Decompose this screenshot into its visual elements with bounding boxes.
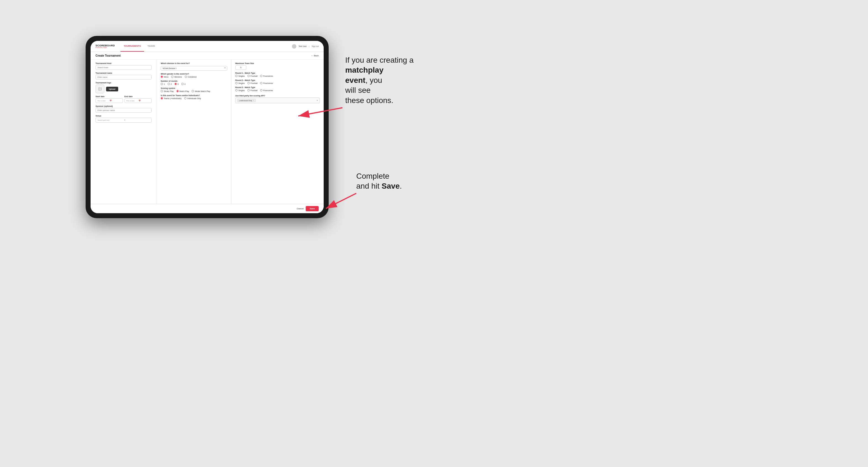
- third-party-input[interactable]: Leaderboard King × ▾: [235, 97, 320, 103]
- round2-label: Round 2 - Match Type: [235, 79, 320, 81]
- end-date-input[interactable]: Pick a date 📅: [125, 98, 152, 103]
- start-date-placeholder: Pick a date: [97, 100, 108, 102]
- left-column: Tournament Host Tournament name Tourname…: [91, 60, 157, 204]
- nav-tabs: TOURNAMENTS TEAMS: [120, 41, 158, 52]
- gender-combined[interactable]: Combined: [185, 76, 197, 78]
- teams-label: Is this event for Teams and/or Individua…: [161, 94, 227, 96]
- teams-option[interactable]: Teams (+Individuals): [161, 97, 181, 99]
- annotation-save: Completeand hit Save.: [356, 171, 402, 191]
- round1-label: Round 1 - Match Type: [235, 72, 320, 74]
- division-select[interactable]: NCAA Division I NCAA Division II NCAA Di…: [161, 66, 227, 71]
- third-party-tag: Leaderboard King ×: [237, 99, 256, 102]
- rounds-1[interactable]: 1: [161, 83, 165, 85]
- rounds-label: Number of rounds: [161, 80, 227, 82]
- rounds-4[interactable]: 4: [181, 83, 186, 85]
- start-date-group: Start date Pick a date 📅: [96, 96, 123, 103]
- teams-option-label: Teams (+Individuals): [164, 97, 181, 99]
- round1-singles-label: Singles: [238, 75, 245, 77]
- annotation2-bold: Save: [382, 182, 400, 190]
- venue-input[interactable]: Search golf club ▾: [96, 118, 152, 123]
- tag-text: Leaderboard King: [239, 100, 252, 101]
- round2-fourball[interactable]: Fourball: [247, 82, 257, 84]
- calendar-icon-2: 📅: [138, 100, 150, 102]
- cancel-button[interactable]: Cancel: [297, 208, 304, 210]
- round1-foursomes-label: Foursomes: [263, 75, 273, 77]
- scoring-label: Scoring system: [161, 87, 227, 89]
- start-date-input[interactable]: Pick a date 📅: [96, 98, 123, 103]
- annotation1-text: If you are creating a matchplayevent, yo…: [345, 56, 413, 105]
- round2-fourball-label: Fourball: [250, 82, 257, 84]
- end-date-placeholder: Pick a date: [126, 100, 137, 102]
- third-party-group: Use third-party live scoring API? Leader…: [235, 95, 320, 103]
- tournament-host-input[interactable]: [96, 65, 152, 70]
- venue-label: Venue: [96, 115, 152, 117]
- round1-options: Singles Fourball Foursomes: [235, 75, 320, 77]
- round3-fourball[interactable]: Fourball: [247, 89, 257, 91]
- svg-point-1: [99, 88, 100, 89]
- logo-upload-area: Upload: [96, 85, 152, 93]
- gender-womens-label: Womens: [174, 76, 182, 78]
- third-party-label: Use third-party live scoring API?: [235, 95, 320, 97]
- round2-foursomes[interactable]: Foursomes: [260, 82, 273, 84]
- gender-combined-label: Combined: [188, 76, 197, 78]
- end-date-label: End date: [125, 96, 152, 97]
- scoring-medal[interactable]: Medal Match Play: [192, 90, 210, 92]
- round1-match-type: Round 1 - Match Type Singles Fourball: [235, 72, 320, 77]
- third-party-chevron-icon: ▾: [317, 99, 318, 102]
- round1-fourball-label: Fourball: [250, 75, 257, 77]
- logo-placeholder: [96, 85, 104, 93]
- gender-mens[interactable]: Mens: [161, 76, 168, 78]
- scoring-match[interactable]: Match Play: [177, 90, 189, 92]
- right-column: Maximum Team Size Round 1 - Match Type S…: [231, 60, 324, 204]
- tournament-name-label: Tournament name: [96, 72, 152, 74]
- round1-singles[interactable]: Singles: [235, 75, 245, 77]
- save-button[interactable]: Save: [306, 206, 319, 211]
- round3-singles-label: Singles: [238, 90, 245, 91]
- tab-tournaments[interactable]: TOURNAMENTS: [120, 41, 144, 52]
- round3-foursomes[interactable]: Foursomes: [260, 89, 273, 91]
- individuals-option[interactable]: Individuals Only: [184, 97, 201, 99]
- arrow-save: [326, 193, 356, 209]
- scoring-group: Scoring system Stroke Play Match Play: [161, 87, 227, 92]
- round3-foursomes-label: Foursomes: [263, 90, 273, 91]
- round1-fourball[interactable]: Fourball: [247, 75, 257, 77]
- back-link[interactable]: ← Back: [311, 54, 319, 57]
- user-name: Test User: [299, 45, 307, 47]
- rounds-group: Number of rounds 1 2: [161, 80, 227, 85]
- round3-label: Round 3 - Match Type: [235, 87, 320, 88]
- max-team-size-label: Maximum Team Size: [235, 62, 320, 64]
- rounds-radio-group: 1 2 3 4: [161, 83, 227, 85]
- scoring-stroke[interactable]: Stroke Play: [161, 90, 174, 92]
- venue-chevron-icon: ▾: [124, 119, 150, 121]
- round3-fourball-label: Fourball: [250, 90, 257, 91]
- navbar: SCOREBOARD Powered by clippit TOURNAMENT…: [91, 41, 324, 52]
- sign-out-link[interactable]: Sign out: [312, 45, 319, 47]
- avatar: [292, 44, 296, 49]
- tournament-host-group: Tournament Host: [96, 62, 152, 70]
- max-team-size-input[interactable]: [235, 65, 246, 70]
- gender-label: Which gender is the event for?: [161, 73, 227, 75]
- page-header: Create Tournament ← Back: [91, 52, 324, 60]
- sponsor-label: Sponsor (optional): [96, 105, 152, 107]
- gender-womens[interactable]: Womens: [171, 76, 182, 78]
- round3-singles[interactable]: Singles: [235, 89, 245, 91]
- tag-remove-icon[interactable]: ×: [253, 99, 254, 101]
- rounds-1-label: 1: [164, 83, 165, 85]
- rounds-2[interactable]: 2: [167, 83, 172, 85]
- form-area: Tournament Host Tournament name Tourname…: [91, 60, 324, 204]
- separator: |: [309, 45, 309, 47]
- scoring-medal-label: Medal Match Play: [195, 90, 210, 92]
- form-footer: Cancel Save: [91, 204, 324, 213]
- sponsor-input[interactable]: [96, 108, 152, 113]
- round2-singles[interactable]: Singles: [235, 82, 245, 84]
- round2-foursomes-label: Foursomes: [263, 82, 273, 84]
- tournament-name-input[interactable]: [96, 75, 152, 80]
- upload-button[interactable]: Upload: [106, 87, 118, 91]
- round1-foursomes[interactable]: Foursomes: [260, 75, 273, 77]
- tournament-logo-label: Tournament logo: [96, 82, 152, 84]
- scoring-match-label: Match Play: [180, 90, 189, 92]
- scoring-stroke-label: Stroke Play: [164, 90, 174, 92]
- rounds-3[interactable]: 3: [175, 83, 179, 85]
- start-date-label: Start date: [96, 96, 123, 97]
- tab-teams[interactable]: TEAMS: [144, 41, 158, 52]
